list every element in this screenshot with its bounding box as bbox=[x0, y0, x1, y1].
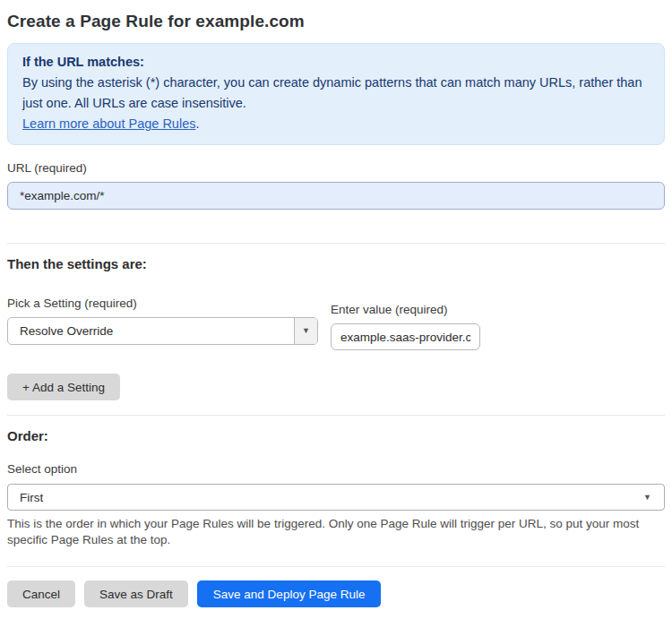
section-divider bbox=[7, 243, 665, 244]
order-select-label: Select option bbox=[7, 462, 665, 476]
value-field-label: Enter value (required) bbox=[331, 303, 480, 316]
order-section-heading: Order: bbox=[7, 428, 665, 443]
settings-row: Pick a Setting (required) Resolve Overri… bbox=[7, 297, 665, 350]
setting-picker-dropdown[interactable]: Resolve Override ▼ bbox=[7, 317, 318, 345]
setting-picker-value: Resolve Override bbox=[8, 318, 294, 344]
order-help-text: This is the order in which your Page Rul… bbox=[7, 516, 652, 547]
url-field-label: URL (required) bbox=[7, 161, 665, 175]
page-title: Create a Page Rule for example.com bbox=[7, 0, 665, 31]
save-as-draft-button[interactable]: Save as Draft bbox=[84, 580, 188, 607]
order-selected-option: First bbox=[20, 491, 43, 504]
caret-down-icon: ▼ bbox=[643, 494, 651, 502]
setting-value-input[interactable] bbox=[331, 323, 480, 350]
setting-picker-label: Pick a Setting (required) bbox=[7, 297, 318, 310]
info-box-link-line: Learn more about Page Rules. bbox=[22, 114, 650, 134]
setting-value-column: Enter value (required) bbox=[331, 303, 480, 350]
form-actions: Cancel Save as Draft Save and Deploy Pag… bbox=[7, 580, 665, 607]
page-rule-form: Create a Page Rule for example.com If th… bbox=[0, 0, 672, 619]
url-match-info-box: If the URL matches: By using the asteris… bbox=[7, 43, 665, 145]
info-box-body: By using the asterisk (*) character, you… bbox=[22, 73, 650, 114]
order-select[interactable]: First ▼ bbox=[7, 484, 665, 511]
settings-section-heading: Then the settings are: bbox=[7, 256, 665, 271]
setting-picker-column: Pick a Setting (required) Resolve Overri… bbox=[7, 297, 318, 350]
cancel-button[interactable]: Cancel bbox=[7, 580, 75, 607]
caret-down-icon: ▼ bbox=[302, 327, 310, 335]
link-suffix: . bbox=[195, 116, 199, 131]
learn-more-link[interactable]: Learn more about Page Rules bbox=[22, 116, 195, 131]
save-and-deploy-button[interactable]: Save and Deploy Page Rule bbox=[197, 580, 382, 607]
url-input[interactable] bbox=[7, 182, 665, 210]
info-box-heading: If the URL matches: bbox=[22, 52, 650, 73]
setting-picker-caret-button[interactable]: ▼ bbox=[294, 318, 317, 344]
section-divider bbox=[7, 566, 665, 567]
add-setting-button[interactable]: + Add a Setting bbox=[7, 374, 120, 400]
section-divider bbox=[7, 415, 665, 416]
